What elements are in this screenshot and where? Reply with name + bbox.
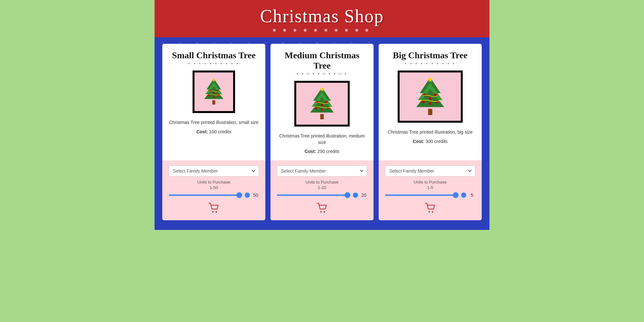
svg-point-19 [325,101,327,103]
svg-point-24 [320,211,322,213]
product-image-big [400,72,461,121]
product-cost-medium: Cost: 200 credits [305,149,339,154]
product-title-small: Small Christmas Tree [172,50,256,61]
svg-point-12 [215,211,217,213]
svg-rect-0 [213,100,215,105]
units-label-medium: Units to Purchase [277,180,367,185]
product-card-big: Big Christmas Tree ·+·+·+·+·+·+·+·+·+·+·… [379,44,482,220]
units-slider-big[interactable] [385,194,459,196]
slider-dot-medium [353,193,358,198]
cart-icon-small [207,202,220,214]
family-member-select-small[interactable]: Select Family Member Member 1 Member 2 M… [169,166,259,176]
product-description-big: Christmas Tree printed illustration, big… [388,129,473,136]
product-image-small [194,72,233,111]
units-label-small: Units to Purchase [169,180,259,185]
units-slider-medium[interactable] [277,194,350,196]
card-bottom-small: Select Family Member Member 1 Member 2 M… [162,160,265,220]
product-description-small: Christmas Tree printed illustration, sma… [169,119,259,126]
card-top-medium: Medium Christmas Tree ·+·+·+·+·+·+·+·+·+… [270,44,374,160]
slider-value-big: 5 [469,193,475,198]
svg-point-22 [327,107,329,109]
svg-rect-13 [320,114,324,119]
product-cost-big: Cost: 300 credits [413,139,448,144]
svg-point-6 [216,90,218,91]
products-container: Small Christmas Tree ·+·+·+·+·+·+·+·+·+·… [155,37,489,230]
svg-point-33 [429,97,432,100]
svg-point-11 [212,211,214,213]
units-section-big: Units to Purchase 1-5 5 [385,180,475,198]
cart-icon-medium [316,202,328,214]
slider-value-small: 50 [252,193,259,198]
svg-point-10 [213,96,215,98]
units-label-big: Units to Purchase [385,180,475,185]
svg-point-35 [436,100,439,103]
svg-point-36 [429,102,432,105]
title-decoration-small: ·+·+·+·+·+·+·+·+·+·+· [186,62,242,65]
title-decoration-big: ·+·+·+·+·+·+·+·+·+·+· [402,62,458,65]
svg-point-20 [321,104,323,106]
header-snowflakes: ❄ ❄ ❄ ❄ ❄ ❄ ❄ ❄ ❄ ❄ [155,28,489,33]
units-section-small: Units to Purchase 1-50 50 [169,180,259,198]
add-to-cart-button-medium[interactable] [316,202,328,214]
product-title-big: Big Christmas Tree [393,50,468,61]
slider-row-big: 5 [385,193,475,198]
svg-point-7 [213,92,215,94]
slider-dot-big [461,193,466,198]
units-range-medium: 1-20 [277,185,367,190]
slider-value-medium: 20 [361,193,367,198]
product-image-wrapper-big [398,71,463,123]
slider-row-small: 50 [169,193,259,198]
card-bottom-big: Select Family Member Member 1 Member 2 M… [379,160,482,220]
slider-dot-small [245,193,250,198]
product-card-small: Small Christmas Tree ·+·+·+·+·+·+·+·+·+·… [162,44,265,220]
units-section-medium: Units to Purchase 1-20 20 [277,180,367,198]
add-to-cart-button-small[interactable] [207,202,220,214]
svg-point-34 [422,100,425,103]
shop-title: Christmas Shop [155,6,489,26]
product-cost-small: Cost: 100 credits [196,129,231,134]
svg-point-38 [432,211,433,213]
svg-rect-26 [428,109,432,115]
card-bottom-medium: Select Family Member Member 1 Member 2 M… [270,160,374,220]
cart-icon-big [424,202,437,214]
svg-point-25 [324,211,325,213]
product-image-wrapper-medium [294,81,350,127]
units-range-big: 1-5 [385,185,475,190]
family-member-select-big[interactable]: Select Family Member Member 1 Member 2 M… [385,166,475,176]
svg-point-8 [208,94,210,96]
svg-point-21 [315,107,317,109]
svg-point-23 [321,109,323,111]
product-card-medium: Medium Christmas Tree ·+·+·+·+·+·+·+·+·+… [270,44,374,220]
svg-point-9 [218,94,220,96]
units-range-small: 1-50 [169,185,259,190]
product-image-wrapper-small [193,71,235,113]
card-top-small: Small Christmas Tree ·+·+·+·+·+·+·+·+·+·… [162,44,265,160]
header: Christmas Shop ❄ ❄ ❄ ❄ ❄ ❄ ❄ ❄ ❄ ❄ [155,0,489,37]
product-title-medium: Medium Christmas Tree [277,50,367,71]
main-container: Christmas Shop ❄ ❄ ❄ ❄ ❄ ❄ ❄ ❄ ❄ ❄ Small… [155,0,489,230]
family-member-select-medium[interactable]: Select Family Member Member 1 Member 2 M… [277,166,367,176]
svg-point-32 [434,93,437,96]
add-to-cart-button-big[interactable] [424,202,437,214]
product-image-medium [296,83,348,125]
product-description-medium: Christmas Tree printed illustration, med… [277,133,367,146]
card-top-big: Big Christmas Tree ·+·+·+·+·+·+·+·+·+·+·… [379,44,482,160]
title-decoration-medium: ·+·+·+·+·+·+·+·+·+·+· [294,72,350,76]
slider-row-medium: 20 [277,193,367,198]
svg-point-37 [429,211,430,213]
units-slider-small[interactable] [169,194,242,196]
